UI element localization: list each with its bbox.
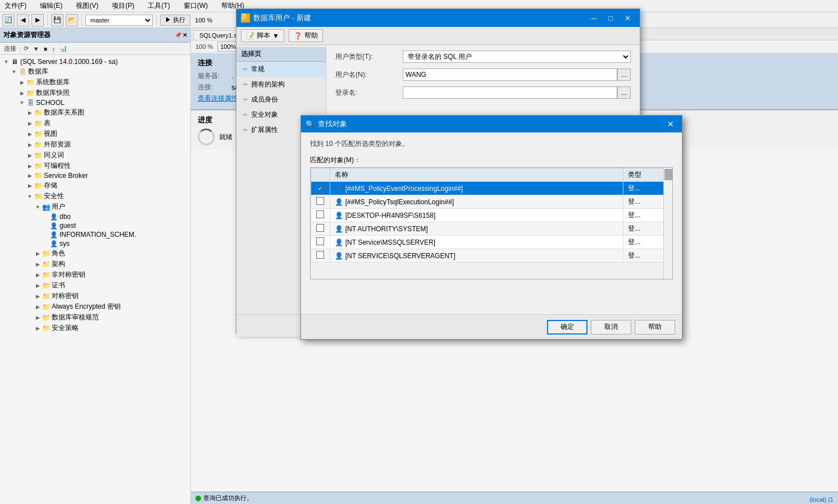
find-close-btn[interactable]: ✕ — [664, 118, 677, 130]
row4-check-cell[interactable] — [311, 222, 330, 236]
tree-expand-views[interactable]: ▶ — [26, 130, 34, 138]
tree-expand-asymkey[interactable]: ▶ — [34, 271, 42, 279]
tree-expand-syn[interactable]: ▶ — [26, 152, 34, 159]
tree-expand-secpol[interactable]: ▶ — [34, 324, 42, 332]
row3-check-cell[interactable] — [311, 209, 330, 222]
help-button[interactable]: ❓ 帮助 — [289, 29, 323, 42]
tree-service-broker[interactable]: ▶ 📁 Service Broker — [0, 171, 190, 180]
menu-view[interactable]: 视图(V) — [74, 1, 101, 11]
tree-expand-stor[interactable]: ▶ — [26, 182, 34, 190]
tree-expand-sb[interactable]: ▶ — [26, 172, 34, 180]
row6-checkbox[interactable] — [316, 251, 324, 259]
row5-checkbox[interactable] — [316, 237, 324, 245]
table-row[interactable]: 👤 [##MS_PolicyTsqlExecutionLogin##] 登... — [311, 195, 672, 209]
toolbar-btn-new[interactable]: 🔄 — [2, 14, 15, 26]
execute-button[interactable]: ▶ 执行 — [160, 15, 190, 26]
tree-expand-schema[interactable]: ▶ — [34, 260, 42, 268]
find-cancel-btn[interactable]: 取消 — [591, 320, 631, 335]
find-ok-btn[interactable]: 确定 — [547, 320, 587, 335]
nav-item-owned-schema[interactable]: ✏ 拥有的架构 — [236, 77, 326, 92]
sync-button[interactable]: ↕ — [50, 45, 57, 53]
row3-checkbox[interactable] — [316, 210, 324, 218]
tree-root[interactable]: ▼ 🖥 (SQL Server 14.0.1000.169 - sa) — [0, 57, 190, 66]
database-dropdown[interactable]: master — [85, 15, 153, 26]
menu-tools[interactable]: 工具(T) — [145, 1, 172, 11]
nav-item-general[interactable]: ✏ 常规 — [236, 62, 326, 77]
tree-databases[interactable]: ▼ 🗄 数据库 — [0, 66, 190, 77]
tree-views[interactable]: ▶ 📁 视图 — [0, 129, 190, 139]
table-row[interactable]: 👤 [NT SERVICE\SQLSERVERAGENT] 登... — [311, 249, 672, 263]
tree-expand-diag[interactable]: ▶ — [26, 109, 34, 117]
menu-edit[interactable]: 编辑(E) — [38, 1, 65, 11]
connect-button[interactable]: 连接 — [2, 44, 18, 53]
tree-users[interactable]: ▼ 👥 用户 — [0, 201, 190, 212]
tree-expand-users[interactable]: ▼ — [34, 203, 42, 211]
tree-school[interactable]: ▼ 🗄 SCHOOL — [0, 98, 190, 107]
tree-user-sys[interactable]: 👤 sys — [0, 239, 190, 248]
tree-user-infoschem[interactable]: 👤 INFORMATION_SCHEM. — [0, 230, 190, 239]
row2-checkbox[interactable] — [316, 197, 324, 205]
find-help-btn[interactable]: 帮助 — [635, 320, 675, 335]
row4-checkbox[interactable] — [316, 224, 324, 232]
filter-button[interactable]: ▼ — [31, 45, 41, 53]
tree-asymkey[interactable]: ▶ 📁 非对称密钥 — [0, 269, 190, 280]
tree-expand-sec[interactable]: ▼ — [26, 193, 34, 200]
tree-synonyms[interactable]: ▶ 📁 同义词 — [0, 150, 190, 161]
nav-item-membership[interactable]: ✏ 成员身份 — [236, 92, 326, 107]
table-row[interactable]: 👤 [NT Service\MSSQLSERVER] 登... — [311, 236, 672, 249]
table-row[interactable]: 👤 [NT AUTHORITY\SYSTEM] 登... — [311, 222, 672, 236]
scrollbar-thumb[interactable] — [664, 169, 672, 180]
row5-check-cell[interactable] — [311, 236, 330, 249]
toolbar-btn-save[interactable]: 💾 — [51, 14, 63, 26]
tree-storage[interactable]: ▶ 📁 存储 — [0, 180, 190, 191]
menu-window[interactable]: 窗口(W) — [181, 1, 210, 11]
tree-diagram[interactable]: ▶ 📁 数据库关系图 — [0, 107, 190, 118]
menu-file[interactable]: 文件(F) — [2, 1, 29, 11]
login-browse-btn[interactable]: … — [617, 86, 631, 99]
script-button[interactable]: 📝 脚本 ▼ — [241, 29, 284, 42]
tree-security[interactable]: ▼ 📁 安全性 — [0, 191, 190, 201]
tree-expand-aekey[interactable]: ▶ — [34, 303, 42, 311]
view-conn-props[interactable]: 查看连接属性 — [198, 94, 238, 103]
refresh-button[interactable]: ⟳ — [22, 44, 30, 53]
tree-expand-ext[interactable]: ▶ — [26, 141, 34, 149]
tree-audit[interactable]: ▶ 📁 数据库审核规范 — [0, 312, 190, 323]
row6-check-cell[interactable] — [311, 249, 330, 263]
stop-button[interactable]: ■ — [42, 45, 49, 53]
tree-expand-snap[interactable]: ▶ — [18, 89, 26, 97]
row1-check-cell[interactable]: ✓ — [311, 182, 330, 195]
tree-external[interactable]: ▶ 📁 外部资源 — [0, 139, 190, 150]
tree-user-guest[interactable]: 👤 guest — [0, 221, 190, 230]
tree-expand-symkey[interactable]: ▶ — [34, 292, 42, 300]
toolbar-btn-open[interactable]: 📂 — [66, 14, 78, 26]
username-browse-btn[interactable]: … — [617, 68, 631, 81]
tree-expand-cert[interactable]: ▶ — [34, 282, 42, 290]
modal-minimize[interactable]: ─ — [586, 12, 602, 24]
modal-restore[interactable]: □ — [603, 12, 618, 24]
row2-check-cell[interactable] — [311, 195, 330, 209]
tree-ae-key[interactable]: ▶ 📁 Always Encrypted 密钥 — [0, 301, 190, 312]
table-row[interactable]: 👤 [DESKTOP-HR4N9SF\S6158] 登... — [311, 209, 672, 222]
tree-prog[interactable]: ▶ 📁 可编程性 — [0, 161, 190, 171]
tree-system-db[interactable]: ▶ 📁 系统数据库 — [0, 77, 190, 88]
tree-expand-tables[interactable]: ▶ — [26, 120, 34, 127]
tree-cert[interactable]: ▶ 📁 证书 — [0, 280, 190, 291]
tree-expand-root[interactable]: ▼ — [2, 58, 10, 66]
tree-expand-roles[interactable]: ▶ — [34, 250, 42, 258]
obj-explorer-pin[interactable]: 📌 — [175, 32, 181, 38]
tree-roles[interactable]: ▶ 📁 角色 — [0, 248, 190, 259]
tree-secpolicy[interactable]: ▶ 📁 安全策略 — [0, 323, 190, 333]
user-type-select[interactable]: 带登录名的 SQL 用户 — [403, 51, 631, 63]
toolbar-btn-back[interactable]: ◀ — [17, 14, 29, 26]
tree-user-dbo[interactable]: 👤 dbo — [0, 212, 190, 221]
tree-expand-prog[interactable]: ▶ — [26, 162, 34, 170]
tree-schema[interactable]: ▶ 📁 架构 — [0, 259, 190, 269]
row1-checkbox[interactable]: ✓ — [316, 185, 324, 193]
username-input[interactable] — [403, 68, 617, 81]
tree-expand-audit[interactable]: ▶ — [34, 314, 42, 322]
obj-explorer-close[interactable]: ✕ — [183, 32, 187, 38]
tree-expand-school[interactable]: ▼ — [18, 99, 26, 107]
tree-snapshot[interactable]: ▶ 📁 数据库快照 — [0, 88, 190, 98]
tree-symkey[interactable]: ▶ 📁 对称密钥 — [0, 291, 190, 301]
login-input[interactable] — [403, 86, 617, 99]
